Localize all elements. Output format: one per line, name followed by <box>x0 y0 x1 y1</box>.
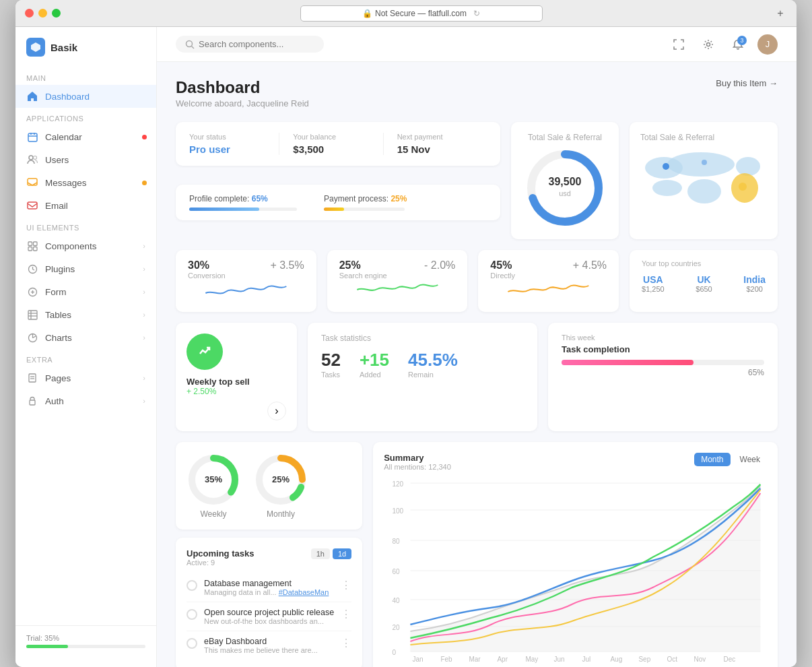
metric-search: 25% Search engine - 2.0% <box>327 250 468 312</box>
sidebar-item-dashboard[interactable]: Dashboard <box>15 85 156 108</box>
sidebar-email-label: Email <box>45 201 68 211</box>
svg-text:40: 40 <box>393 597 401 604</box>
profile-label: Profile complete: 65% <box>189 194 297 203</box>
section-label-ui: UI elements <box>15 217 156 234</box>
svg-text:80: 80 <box>393 538 401 545</box>
close-button[interactable] <box>25 9 34 18</box>
upcoming-filters: 1h 1d <box>311 548 352 559</box>
buy-link-text: Buy this Item → <box>716 78 778 88</box>
chart-header: Summary All mentions: 12,340 Month Week <box>384 453 767 471</box>
weekly-sell-card: Weekly top sell + 2.50% › <box>176 323 297 431</box>
chevron-right-icon: › <box>143 242 145 250</box>
reload-icon[interactable]: ↻ <box>473 9 480 18</box>
sidebar-components-label: Components <box>45 241 97 251</box>
sidebar-form-label: Form <box>45 287 67 297</box>
upcoming-header: Upcoming tasks Active: 9 1h 1d <box>187 548 351 567</box>
maximize-button[interactable] <box>52 9 61 18</box>
directly-name: Directly <box>490 272 515 280</box>
sidebar-item-tables[interactable]: Tables › <box>15 303 156 326</box>
buy-link[interactable]: Buy this Item → <box>716 78 778 88</box>
svg-text:39,500: 39,500 <box>549 176 582 187</box>
directly-pct: 45% <box>490 259 515 272</box>
total-sale-donut: 39,500 usd <box>525 148 605 228</box>
svg-point-28 <box>187 40 193 46</box>
sidebar-item-charts[interactable]: Charts › <box>15 326 156 349</box>
task-more-1[interactable]: ⋮ <box>341 579 351 592</box>
sidebar-item-auth[interactable]: Auth › <box>15 389 156 412</box>
svg-rect-9 <box>28 242 32 246</box>
donut-section: 35% Weekly 25% <box>176 442 362 530</box>
url-input[interactable]: 🔒 Not Secure — flatfull.com ↻ <box>300 5 543 22</box>
directly-delta: + 4.5% <box>573 259 607 272</box>
line-chart-svg: 120 100 80 60 40 20 0 <box>384 476 767 665</box>
page-icon <box>26 372 38 384</box>
sidebar-plugins-label: Plugins <box>45 264 75 274</box>
trial-label: Trial: 35% <box>26 634 145 642</box>
stat-status: Your status Pro user <box>189 133 279 155</box>
task-numbers: 52 Tasks +15 Added 45.5% Remain <box>321 350 524 379</box>
sidebar-item-form[interactable]: Form › <box>15 280 156 303</box>
svg-point-30 <box>707 42 710 46</box>
sidebar-item-components[interactable]: Components › <box>15 234 156 257</box>
search-delta: - 2.0% <box>424 259 455 272</box>
notification-badge: 3 <box>737 36 747 45</box>
topbar-actions: 3 J <box>669 34 778 55</box>
users-icon <box>26 154 38 166</box>
user-avatar[interactable]: J <box>757 34 778 55</box>
task-desc-1: Managing data in all... #DatabaseMan <box>204 588 334 596</box>
task-info-1: Database management Managing data in all… <box>204 579 334 596</box>
weekly-donut-label: Weekly <box>200 509 226 519</box>
task-more-2[interactable]: ⋮ <box>341 608 351 621</box>
minimize-button[interactable] <box>38 9 47 18</box>
sidebar-users-label: Users <box>45 155 69 165</box>
svg-point-37 <box>736 157 760 176</box>
tasks-count: 52 Tasks <box>321 350 341 379</box>
filter-1h[interactable]: 1h <box>311 548 330 559</box>
task-checkbox-1[interactable] <box>187 580 197 591</box>
sidebar-item-messages[interactable]: Messages <box>15 171 156 194</box>
svg-text:May: May <box>526 656 539 663</box>
remain-value: 45.5% <box>408 350 458 371</box>
tab-month[interactable]: Month <box>694 453 730 466</box>
search-bar[interactable] <box>176 36 324 53</box>
new-tab-button[interactable]: + <box>774 7 787 20</box>
fullscreen-button[interactable] <box>669 34 689 55</box>
task-checkbox-2[interactable] <box>187 609 197 620</box>
sidebar-messages-label: Messages <box>45 178 87 188</box>
trial-section: Trial: 35% <box>15 625 156 656</box>
chevron-right-icon: › <box>143 397 145 405</box>
svg-text:100: 100 <box>393 507 404 515</box>
calendar-icon <box>26 131 38 143</box>
task-more-3[interactable]: ⋮ <box>341 637 351 649</box>
weekly-donut-item: 35% Weekly <box>187 453 240 519</box>
stat-balance-label: Your balance <box>293 133 382 141</box>
sidebar-item-plugins[interactable]: Plugins › <box>15 257 156 280</box>
filter-1d[interactable]: 1d <box>333 548 351 559</box>
tab-week[interactable]: Week <box>733 453 767 466</box>
svg-text:Sep: Sep <box>639 656 651 663</box>
home-icon <box>26 90 38 102</box>
chart-icon <box>26 331 38 344</box>
sidebar-item-pages[interactable]: Pages › <box>15 367 156 389</box>
task-name-1: Database management <box>204 579 334 588</box>
search-input[interactable] <box>199 39 306 49</box>
svg-rect-7 <box>28 179 37 185</box>
svg-line-23 <box>32 336 36 338</box>
task-item-1: Database management Managing data in all… <box>187 573 351 602</box>
sidebar-item-calendar[interactable]: Calendar <box>15 125 156 148</box>
task-checkbox-3[interactable] <box>187 638 197 649</box>
settings-button[interactable] <box>698 34 718 55</box>
monthly-donut-label: Monthly <box>267 509 295 519</box>
svg-point-42 <box>702 160 707 165</box>
sidebar-auth-label: Auth <box>45 396 64 406</box>
sidebar-item-email[interactable]: Email <box>15 194 156 217</box>
lock-icon <box>26 395 38 407</box>
bottom-row: 35% Weekly 25% <box>176 442 778 667</box>
arrow-button[interactable]: › <box>267 402 286 420</box>
map-title: Total Sale & Referral <box>640 133 767 142</box>
upcoming-title: Upcoming tasks <box>187 548 254 559</box>
notification-button[interactable]: 3 <box>728 34 748 55</box>
sidebar-item-users[interactable]: Users <box>15 148 156 171</box>
summary-chart: Summary All mentions: 12,340 Month Week … <box>373 442 778 667</box>
sidebar-calendar-label: Calendar <box>45 132 82 142</box>
